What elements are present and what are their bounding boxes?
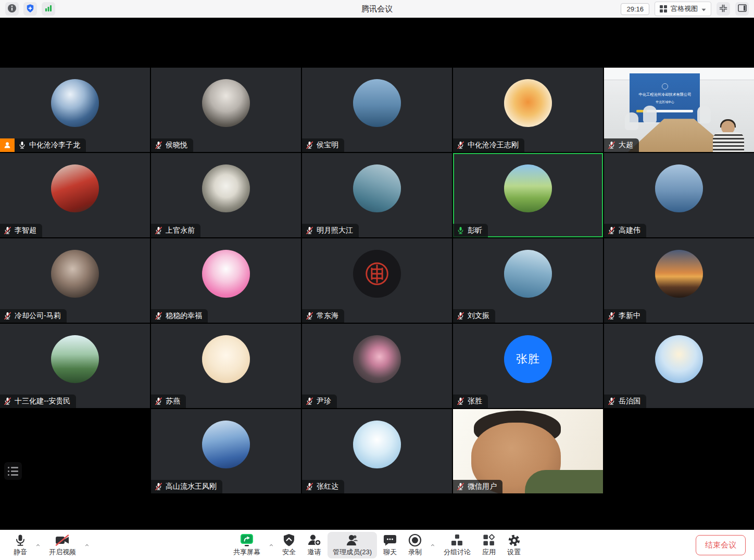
participant-tile[interactable]: 高建伟: [604, 153, 754, 237]
invite-label: 邀请: [307, 548, 321, 557]
name-tag: 李新中: [604, 309, 646, 323]
participant-tile[interactable]: 十三化建--安贵民: [0, 324, 150, 408]
manage-members-label: 管理成员(23): [333, 548, 372, 557]
empty-slot: [0, 409, 150, 493]
protection-button[interactable]: [23, 2, 37, 16]
participant-name: 张红达: [317, 482, 338, 491]
list-float-button[interactable]: [4, 462, 22, 480]
settings-button[interactable]: 设置: [502, 532, 526, 558]
view-mode-dropdown[interactable]: 宫格视图: [655, 2, 711, 16]
participant-avatar: [202, 250, 250, 298]
participant-tile[interactable]: 中化沧冷李子龙: [0, 68, 150, 152]
participant-name: 高山流水王风刚: [166, 482, 217, 491]
participant-avatar: [202, 79, 250, 127]
mic-on-icon: [18, 141, 26, 149]
participant-tile[interactable]: 稳稳的幸福: [151, 238, 301, 323]
participant-tile[interactable]: 张胜张胜: [453, 324, 603, 408]
mic-muted-icon: [4, 397, 11, 405]
name-tag: 冷却公司-马莉: [0, 309, 67, 323]
mic-muted-icon: [306, 141, 313, 149]
participant-tile[interactable]: 彭昕: [453, 153, 603, 237]
apps-button[interactable]: 应用: [477, 532, 501, 558]
participant-tile[interactable]: 常东海: [302, 238, 452, 323]
participant-name: 中化沧冷李子龙: [29, 141, 80, 150]
meeting-info-button[interactable]: [5, 2, 19, 16]
name-tag: 明月照大江: [302, 224, 359, 237]
participant-avatar: [504, 164, 552, 212]
participant-tile[interactable]: 中化工程沧州冷却技术有限公司华北区域中心大超: [604, 68, 754, 152]
empty-slot: [604, 409, 754, 493]
name-tag: 稳稳的幸福: [151, 309, 208, 323]
participant-tile[interactable]: 侯晓悦: [151, 68, 301, 152]
participant-avatar: [353, 250, 401, 298]
participant-name: 常东海: [317, 311, 338, 321]
side-panel-icon: [738, 4, 747, 14]
side-panel-button[interactable]: [735, 2, 749, 16]
participant-tile[interactable]: 微信用户: [453, 409, 603, 493]
mic-muted-icon: [155, 397, 162, 405]
breakout-rooms-button[interactable]: 分组讨论: [438, 532, 476, 558]
name-tag: 张红达: [302, 480, 344, 493]
participant-tile[interactable]: 尹珍: [302, 324, 452, 408]
person-in-room: [712, 121, 745, 152]
mute-options-caret[interactable]: [33, 534, 43, 556]
video-options-caret[interactable]: [82, 534, 92, 556]
participant-tile[interactable]: 张红达: [302, 409, 452, 493]
participant-avatar: [51, 79, 99, 127]
participant-tile[interactable]: 苏燕: [151, 324, 301, 408]
participant-name: 微信用户: [468, 482, 497, 491]
name-tag: 常东海: [302, 309, 344, 323]
participant-tile[interactable]: 侯宝明: [302, 68, 452, 152]
participant-tile[interactable]: 高山流水王风刚: [151, 409, 301, 493]
network-signal-button[interactable]: [42, 2, 55, 16]
participant-tile[interactable]: 明月照大江: [302, 153, 452, 237]
app-title: 腾讯会议: [361, 4, 393, 14]
apps-icon: [483, 533, 495, 548]
share-options-caret[interactable]: [267, 534, 276, 556]
mic-muted-icon: [608, 397, 615, 405]
share-screen-button[interactable]: 共享屏幕: [228, 532, 266, 558]
mic-muted-icon: [4, 312, 11, 320]
invite-button[interactable]: 邀请: [302, 532, 326, 558]
participant-avatar: [353, 335, 401, 383]
mic-muted-icon: [457, 482, 464, 491]
security-button[interactable]: 安全: [277, 532, 301, 558]
participant-avatar: [353, 164, 401, 212]
participant-name: 中化沧冷王志刚: [468, 141, 519, 150]
participant-tile[interactable]: 岳治国: [604, 324, 754, 408]
mute-button[interactable]: 静音: [8, 532, 32, 558]
name-tag: 尹珍: [302, 394, 337, 408]
participant-name: 李智超: [15, 226, 36, 235]
participant-avatar: [202, 421, 250, 468]
name-tag: 岳治国: [604, 394, 646, 408]
participant-tile[interactable]: 冷却公司-马莉: [0, 238, 150, 323]
host-badge-icon: [0, 138, 15, 152]
compress-view-button[interactable]: [717, 2, 730, 16]
camera-off-icon: [55, 533, 70, 548]
security-label: 安全: [282, 548, 296, 557]
participant-tile[interactable]: 上官永前: [151, 153, 301, 237]
room-wall-sign: 中化工程沧州冷却技术有限公司华北区域中心: [630, 73, 700, 122]
participant-name: 尹珍: [317, 397, 331, 406]
participant-tile[interactable]: 李智超: [0, 153, 150, 237]
participant-name: 李新中: [619, 311, 640, 321]
meeting-info-icon: [7, 4, 17, 15]
chat-button[interactable]: 聊天: [378, 532, 402, 558]
manage-members-button[interactable]: 管理成员(23): [328, 532, 377, 558]
record-options-caret[interactable]: [428, 534, 437, 556]
start-video-button[interactable]: 开启视频: [44, 532, 81, 558]
participant-name: 冷却公司-马莉: [15, 311, 61, 321]
participant-tile[interactable]: 中化沧冷王志刚: [453, 68, 603, 152]
name-tag: 高山流水王风刚: [151, 480, 222, 493]
end-meeting-button[interactable]: 结束会议: [696, 535, 746, 555]
participant-tile[interactable]: 李新中: [604, 238, 754, 323]
name-tag: 十三化建--安贵民: [0, 394, 76, 408]
participant-tile[interactable]: 刘文振: [453, 238, 603, 323]
record-button[interactable]: 录制: [403, 532, 427, 558]
record-icon: [408, 533, 422, 548]
participant-avatar: 张胜: [504, 335, 552, 383]
name-tag: 中化沧冷李子龙: [0, 138, 86, 152]
mic-muted-icon: [457, 141, 464, 149]
mic-muted-icon: [457, 397, 464, 405]
start-video-label: 开启视频: [49, 548, 76, 557]
